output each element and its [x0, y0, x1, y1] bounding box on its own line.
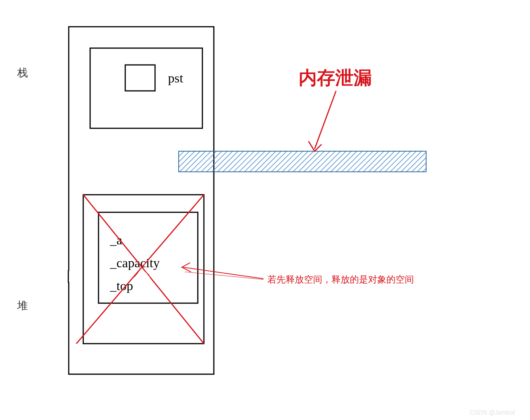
svg-line-3 — [315, 91, 336, 149]
heap-label: 堆 — [17, 300, 28, 312]
arrow-leak — [309, 91, 336, 151]
leaked-memory-bar — [179, 151, 426, 172]
pointer-box — [125, 65, 155, 91]
release-note: 若先释放空间，释放的是对象的空间 — [267, 274, 414, 284]
arrow-note — [182, 263, 263, 279]
memory-leak-title: 内存泄漏 — [299, 68, 372, 88]
pointer-label: pst — [168, 71, 183, 85]
watermark: CSDN @Jambof — [470, 409, 515, 416]
stack-label: 栈 — [17, 67, 28, 79]
stack-frame-box — [90, 48, 202, 128]
